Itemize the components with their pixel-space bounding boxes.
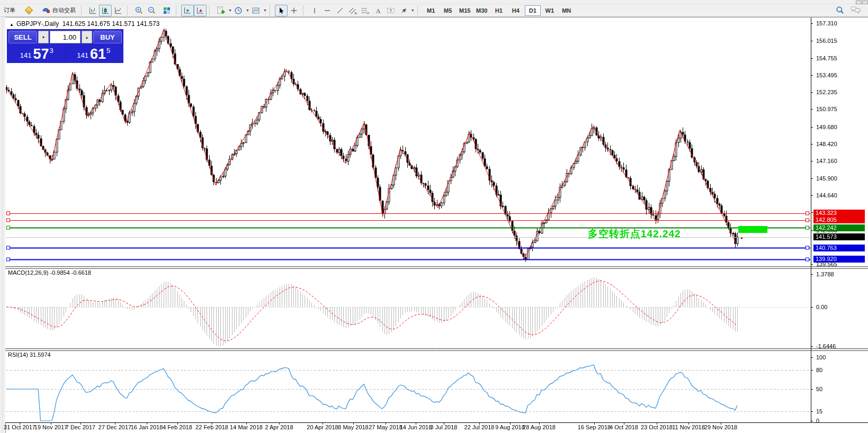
- rsi-axis-tick: 80: [816, 367, 822, 373]
- profiles-icon: [24, 6, 33, 15]
- date-axis-label: 27 Dec 2017: [99, 424, 131, 430]
- toolbar-separator: [127, 6, 131, 15]
- vertical-line-tool-button[interactable]: [308, 5, 321, 16]
- sell-price-display[interactable]: 141573: [8, 44, 65, 61]
- hline-price-label: 142.805: [813, 216, 865, 223]
- date-axis-label: 23 Oct 2018: [641, 424, 673, 430]
- zoom-out-button[interactable]: [145, 5, 158, 16]
- text-tool-button[interactable]: A: [372, 5, 384, 16]
- date-axis-label: 27 May 2018: [369, 424, 402, 430]
- lot-increase-button[interactable]: ▲: [82, 31, 92, 43]
- indicators-dropdown-icon[interactable]: ▼: [228, 8, 232, 12]
- date-axis-label: 11 Nov 2018: [672, 424, 705, 430]
- date-axis-label: 22 Jul 2018: [464, 424, 495, 430]
- svg-text:F: F: [367, 11, 369, 14]
- timeframe-button-M15[interactable]: M15: [457, 5, 473, 16]
- clock-icon: [235, 7, 242, 14]
- candlestick-chart-button[interactable]: [99, 5, 112, 16]
- collapse-panel-icon[interactable]: ▲: [10, 22, 14, 27]
- mt4-terminal: 订单 自动交易 ▼ ▼ ▼ E F A: [0, 0, 868, 433]
- bar-chart-icon: [89, 7, 96, 14]
- price-axis-tick: 154.755: [816, 55, 837, 61]
- periods-dropdown-icon[interactable]: ▼: [246, 8, 249, 12]
- horizontal-line-tool-button[interactable]: [321, 5, 334, 16]
- timeframe-button-M5[interactable]: M5: [440, 5, 456, 16]
- hline-price-label: 143.323: [813, 210, 865, 216]
- line-chart-button[interactable]: [112, 5, 124, 16]
- auto-scroll-button[interactable]: [181, 5, 194, 16]
- candlestick-icon: [102, 7, 109, 14]
- one-click-trading-panel: SELL ▼ 1.00 ▲ BUY 141573 141615: [7, 29, 123, 63]
- search-icon[interactable]: [836, 6, 844, 15]
- new-order-button[interactable]: 订单: [1, 5, 18, 16]
- price-chart-canvas[interactable]: [5, 17, 868, 433]
- rsi-axis-tick: 50: [816, 386, 822, 392]
- indicators-button[interactable]: [214, 5, 227, 16]
- date-axis-label: 2 Apr 2018: [265, 424, 293, 430]
- rsi-axis-tick: 15: [816, 408, 822, 414]
- trendline-icon: [336, 7, 344, 14]
- cursor-button[interactable]: [275, 5, 288, 16]
- arrows-tool-button[interactable]: [397, 5, 410, 16]
- profiles-button[interactable]: [22, 5, 35, 16]
- chart-header: ▲GBPJPY-,Daily 141.625 141.675 141.571 1…: [10, 20, 159, 28]
- hline-price-label: 140.763: [813, 245, 865, 251]
- crosshair-icon: [290, 7, 298, 14]
- date-axis-label: 28 Aug 2018: [523, 424, 556, 430]
- date-axis-label: 19 Nov 2017: [34, 424, 67, 430]
- toolbar-separator: [417, 6, 421, 15]
- chart-ohlc-values: 141.625 141.675 141.571 141.573: [62, 20, 160, 28]
- buy-price-prefix: 141: [77, 51, 88, 59]
- indicators-icon: [217, 6, 225, 14]
- sell-price-prefix: 141: [20, 51, 32, 59]
- price-axis-tick: 153.495: [816, 72, 837, 78]
- buy-price-display[interactable]: 141615: [65, 44, 122, 61]
- price-axis-tick: 150.975: [816, 106, 837, 112]
- line-chart-icon: [114, 7, 122, 14]
- svg-text:A: A: [375, 7, 380, 14]
- lot-size-input[interactable]: 1.00: [50, 31, 80, 43]
- price-axis-tick: 149.680: [816, 124, 837, 130]
- lot-decrease-button[interactable]: ▼: [38, 31, 49, 43]
- timeframe-button-D1[interactable]: D1: [525, 5, 541, 16]
- timeframe-button-H1[interactable]: H1: [491, 5, 507, 16]
- crosshair-button[interactable]: [288, 5, 300, 16]
- zoom-out-icon: [148, 6, 156, 14]
- timeframe-button-M1[interactable]: M1: [423, 5, 439, 16]
- text-icon: A: [374, 7, 382, 14]
- timeframe-button-H4[interactable]: H4: [508, 5, 524, 16]
- chart-shift-button[interactable]: [194, 5, 207, 16]
- macd-indicator-label: MACD(12,26,9) -0.9854 -0.6618: [8, 269, 91, 276]
- window-close-icon[interactable]: [862, 1, 868, 4]
- periods-button[interactable]: [232, 5, 245, 16]
- buy-button[interactable]: BUY: [93, 31, 122, 43]
- timeframe-group: M1M5M15M30H1H4D1W1MN: [423, 5, 575, 16]
- rsi-axis-tick: 100: [816, 354, 826, 360]
- tile-windows-button[interactable]: [160, 5, 173, 16]
- macd-axis-tick: 1.3788: [816, 271, 834, 277]
- chart-shift-icon: [196, 7, 204, 14]
- timeframe-button-MN[interactable]: MN: [559, 5, 575, 16]
- label-tool-button[interactable]: T: [384, 5, 397, 16]
- date-axis-label: 3 Jul 2018: [431, 424, 458, 430]
- channel-tool-button[interactable]: E: [346, 5, 359, 16]
- autotrading-icon: [42, 6, 50, 14]
- timeframe-button-M30[interactable]: M30: [474, 5, 490, 16]
- templates-dropdown-icon[interactable]: ▼: [263, 8, 267, 12]
- templates-button[interactable]: [249, 5, 262, 16]
- hline-price-label: 142.242: [813, 224, 865, 231]
- timeframe-button-W1[interactable]: W1: [542, 5, 558, 16]
- autotrading-button[interactable]: 自动交易: [39, 5, 78, 16]
- arrows-dropdown-icon[interactable]: ▼: [411, 8, 415, 12]
- fibonacci-tool-button[interactable]: F: [359, 5, 372, 16]
- label-icon: T: [387, 7, 395, 14]
- zoom-in-button[interactable]: [132, 5, 145, 16]
- chat-icon[interactable]: [851, 6, 861, 15]
- trendline-tool-button[interactable]: [334, 5, 346, 16]
- fibonacci-icon: F: [361, 7, 370, 14]
- toolbar-separator: [209, 6, 213, 15]
- sell-button[interactable]: SELL: [8, 31, 37, 43]
- window-restore-icon[interactable]: [856, 1, 862, 4]
- date-axis-label: 14 Jun 2018: [400, 424, 432, 430]
- bar-chart-button[interactable]: [86, 5, 99, 16]
